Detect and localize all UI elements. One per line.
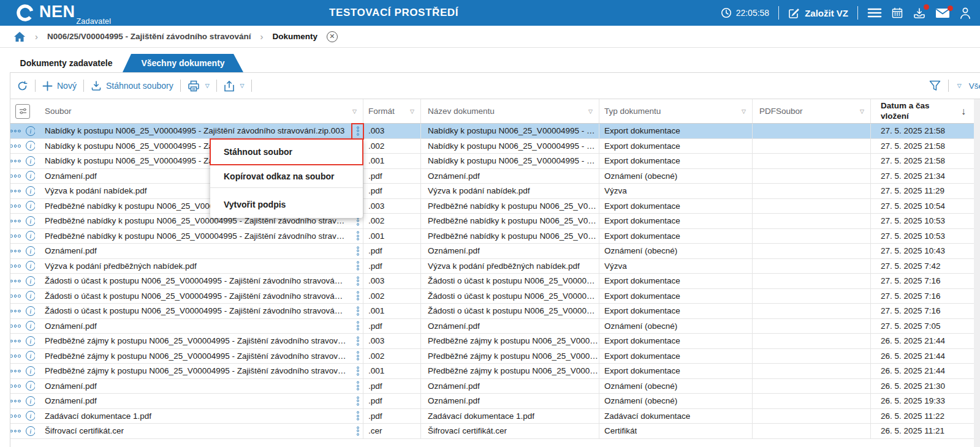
menu-item-kopirovat-odkaz[interactable]: Kopírovat odkaz na soubor [210, 165, 363, 187]
row-actions-icon[interactable] [10, 295, 21, 298]
row-actions-icon[interactable] [10, 340, 21, 343]
refresh-button[interactable] [17, 80, 28, 92]
messages-icon[interactable] [935, 8, 950, 18]
filter-icon-soubor[interactable]: ▽ [352, 108, 357, 115]
table-row[interactable]: i Výzva k podání nabídek.pdf .pdf Výzva … [10, 184, 980, 199]
hamburger-menu-icon[interactable] [867, 7, 882, 18]
info-icon[interactable]: i [26, 231, 35, 241]
kebab-menu-icon[interactable] [357, 231, 359, 241]
row-actions-icon[interactable] [10, 190, 21, 193]
row-actions-icon[interactable] [10, 355, 21, 358]
kebab-menu-icon[interactable] [357, 291, 359, 301]
print-button[interactable]: ▽ [188, 80, 210, 92]
column-settings-icon[interactable] [15, 104, 30, 119]
row-actions-icon[interactable] [10, 370, 21, 373]
info-icon[interactable]: i [26, 396, 35, 406]
kebab-menu-icon[interactable] [357, 321, 359, 331]
download-files-button[interactable]: Stáhnout soubory [91, 80, 173, 91]
row-actions-icon[interactable] [10, 160, 21, 163]
table-row[interactable]: i Předběžné zájmy k postupu N006_25_V000… [10, 334, 980, 349]
kebab-menu-icon[interactable] [357, 381, 359, 391]
menu-item-vytvorit-podpis[interactable]: Vytvořit podpis [210, 187, 363, 218]
kebab-menu-icon[interactable] [357, 261, 359, 271]
export-dropdown-icon[interactable]: ▽ [240, 83, 245, 89]
row-actions-icon[interactable] [10, 175, 21, 178]
view-selector-dropdown-icon[interactable]: ▽ [957, 83, 962, 89]
row-actions-icon[interactable] [10, 280, 21, 283]
breadcrumb-procedure[interactable]: N006/25/V00004995 - Zajištění závodního … [47, 32, 251, 41]
row-actions-icon[interactable] [10, 430, 21, 433]
row-actions-icon[interactable] [10, 205, 21, 208]
vertical-scrollbar[interactable] [974, 99, 980, 447]
kebab-menu-icon[interactable] [357, 276, 359, 285]
sort-descending-icon[interactable]: ↓ [961, 106, 966, 117]
info-icon[interactable]: i [26, 216, 35, 226]
info-icon[interactable]: i [26, 201, 35, 211]
table-row[interactable]: i Šifrovací certifikát.cer .cer Šifrovac… [10, 424, 980, 439]
row-actions-icon[interactable] [10, 415, 21, 418]
table-row[interactable]: i Oznámení.pdf .pdf Oznámení.pdf Oznámen… [10, 319, 980, 334]
row-actions-icon[interactable] [10, 220, 21, 223]
row-actions-icon[interactable] [10, 325, 21, 328]
kebab-menu-icon[interactable] [357, 336, 359, 345]
row-actions-icon[interactable] [10, 130, 21, 133]
view-selector-label[interactable]: Vše [969, 81, 980, 91]
table-row[interactable]: i Předběžné nabídky k postupu N006_25_V0… [10, 229, 980, 244]
table-row[interactable]: i Zadávací dokumentace 1.pdf .pdf Zadáva… [10, 409, 980, 424]
filter-icon-format[interactable]: ▽ [410, 108, 414, 115]
info-icon[interactable]: i [26, 366, 35, 376]
table-row[interactable]: i Předběžné zájmy k postupu N006_25_V000… [10, 349, 980, 364]
kebab-menu-icon[interactable] [357, 396, 359, 405]
table-row[interactable]: i Výzva k podání předběžných nabídek.pdf… [10, 259, 980, 274]
info-icon[interactable]: i [26, 141, 35, 151]
info-icon[interactable]: i [26, 291, 35, 301]
table-row[interactable]: i Předběžné zájmy k postupu N006_25_V000… [10, 364, 980, 379]
kebab-menu-icon[interactable] [357, 126, 359, 135]
funnel-filter-icon[interactable] [929, 80, 941, 91]
row-actions-icon[interactable] [10, 235, 21, 238]
row-actions-icon[interactable] [10, 400, 21, 403]
info-icon[interactable]: i [26, 411, 35, 421]
info-icon[interactable]: i [26, 351, 35, 361]
kebab-menu-icon[interactable] [357, 351, 359, 361]
row-actions-icon[interactable] [10, 310, 21, 313]
table-row[interactable]: i Oznámení.pdf .pdf Oznámení.pdf Oznámen… [10, 244, 980, 259]
info-icon[interactable]: i [26, 246, 35, 256]
table-row[interactable]: i Nabídky k postupu N006_25_V00004995 - … [10, 139, 980, 154]
calendar-icon[interactable] [891, 7, 903, 19]
kebab-menu-icon[interactable] [357, 426, 359, 435]
info-icon[interactable]: i [26, 186, 35, 196]
tab-vsechny-dokumenty[interactable]: Všechny dokumenty [123, 54, 243, 72]
column-header-pdfsoubor[interactable]: PDFSoubor [759, 107, 803, 116]
kebab-menu-icon[interactable] [357, 306, 359, 315]
table-row[interactable]: i Nabídky k postupu N006_25_V00004995 - … [10, 124, 980, 139]
table-row[interactable]: i Oznámení.pdf .pdf Oznámení.pdf Oznámen… [10, 379, 980, 394]
nen-logo[interactable]: NENZadavatel [16, 2, 110, 24]
kebab-menu-icon[interactable] [357, 411, 359, 421]
row-actions-icon[interactable] [10, 385, 21, 388]
column-header-datum[interactable]: Datum a čas vložení [881, 101, 946, 122]
table-row[interactable]: i Předběžné nabídky k postupu N006_25_V0… [10, 199, 980, 214]
kebab-menu-icon[interactable] [357, 366, 359, 375]
info-icon[interactable]: i [26, 261, 35, 271]
info-icon[interactable]: i [26, 426, 35, 436]
column-header-format[interactable]: Formát [368, 107, 395, 116]
table-row[interactable]: i Nabídky k postupu N006_25_V00004995 - … [10, 154, 980, 169]
filter-icon-typ[interactable]: ▽ [742, 108, 746, 115]
print-dropdown-icon[interactable]: ▽ [205, 83, 210, 89]
table-row[interactable]: i Oznámení.pdf .pdf Oznámení.pdf Oznámen… [10, 169, 980, 184]
table-row[interactable]: i Oznámení.pdf .pdf Oznámení.pdf Oznámen… [10, 394, 980, 409]
column-header-soubor[interactable]: Soubor [45, 107, 72, 116]
row-actions-icon[interactable] [10, 145, 21, 148]
profile-icon[interactable] [959, 7, 971, 20]
info-icon[interactable]: i [26, 156, 35, 166]
info-icon[interactable]: i [26, 126, 35, 136]
kebab-menu-icon[interactable] [357, 246, 359, 255]
info-icon[interactable]: i [26, 276, 35, 286]
info-icon[interactable]: i [26, 336, 35, 346]
tab-dokumenty-zadavatele[interactable]: Dokumenty zadavatele [10, 54, 123, 72]
home-icon[interactable] [13, 31, 26, 42]
column-header-typ[interactable]: Typ dokumentu [604, 107, 661, 116]
filter-icon-pdfsoubor[interactable]: ▽ [860, 108, 864, 115]
row-actions-icon[interactable] [10, 250, 21, 253]
